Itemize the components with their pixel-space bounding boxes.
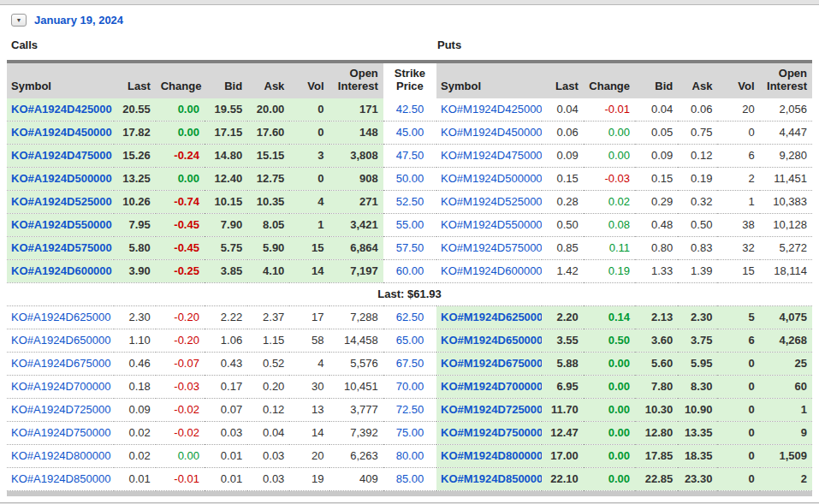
expiration-date-link[interactable]: January 19, 2024 [34,14,123,27]
strike-price-link[interactable]: 65.00 [396,334,424,347]
call-symbol-link[interactable]: KO#A1924D725000 [11,403,110,416]
put-last-cell: 6.95 [542,376,584,399]
call-vol-cell: 17 [289,306,329,329]
put-vol-cell: 6 [717,329,759,353]
option-row: KO#A1924D47500015.26-0.2414.8015.1533,80… [7,145,812,168]
put-symbol-link[interactable]: KO#M1924D675000 [441,357,542,370]
put-symbol-link[interactable]: KO#M1924D525000 [441,195,542,208]
call-symbol-link[interactable]: KO#A1924D650000 [11,334,110,347]
call-symbol-cell: KO#A1924D700000 [7,376,114,399]
call-bid-cell: 2.22 [205,306,247,329]
call-bid-cell: 0.03 [205,422,247,445]
call-symbol-cell: KO#A1924D600000 [7,260,114,283]
strike-price-link[interactable]: 55.00 [396,218,424,231]
call-open-interest-cell: 148 [329,122,383,145]
put-change-cell: 0.00 [584,445,635,468]
put-symbol-link[interactable]: KO#M1924D575000 [441,241,542,254]
call-symbol-link[interactable]: KO#A1924D850000 [11,472,110,485]
option-row: KO#A1924D6500001.10-0.201.061.155814,458… [7,329,812,353]
strike-price-link[interactable]: 72.50 [396,403,424,416]
call-symbol-cell: KO#A1924D650000 [7,329,114,353]
option-row: KO#A1924D8000000.020.000.010.03206,26380… [7,445,812,468]
call-change-cell: 0.00 [156,168,205,191]
call-symbol-link[interactable]: KO#A1924D475000 [11,149,112,162]
call-symbol-link[interactable]: KO#A1924D550000 [11,218,112,231]
call-symbol-link[interactable]: KO#A1924D675000 [11,357,110,370]
strike-price-link[interactable]: 57.50 [396,241,424,254]
option-row: KO#A1924D7250000.09-0.020.070.12133,7777… [7,399,812,422]
call-last-cell: 10.26 [114,191,156,214]
put-vol-cell: 0 [717,122,759,145]
put-change-cell: 0.02 [584,191,635,214]
call-symbol-cell: KO#A1924D750000 [7,422,114,445]
strike-price-link[interactable]: 70.00 [396,380,424,393]
call-ask-cell: 2.37 [247,306,289,329]
strike-price-link[interactable]: 62.50 [396,311,424,323]
strike-price-cell: 52.50 [383,191,436,214]
put-open-interest-cell: 9,280 [760,145,812,168]
put-bid-cell: 0.05 [635,122,678,145]
strike-price-link[interactable]: 52.50 [396,195,424,208]
put-open-interest-cell: 25 [760,353,812,376]
call-open-interest-cell: 10,451 [329,376,383,399]
call-bid-cell: 0.43 [205,353,247,376]
call-last-cell: 5.80 [114,237,156,260]
put-symbol-link[interactable]: KO#M1924D725000 [441,403,542,416]
option-row: KO#A1924D6750000.46-0.070.430.5245,57667… [7,353,812,376]
strike-price-link[interactable]: 47.50 [396,149,424,162]
put-bid-cell: 5.60 [635,353,678,376]
call-symbol-link[interactable]: KO#A1924D425000 [11,103,112,116]
call-bid-cell: 12.40 [205,168,247,191]
strike-price-link[interactable]: 85.00 [396,472,424,485]
col-header-puts-vol: Vol [717,62,759,98]
put-symbol-link[interactable]: KO#M1924D600000 [441,264,542,277]
call-symbol-cell: KO#A1924D800000 [7,445,114,468]
option-row: KO#A1924D7500000.02-0.020.030.04147,3927… [7,422,812,445]
col-header-calls-symbol: Symbol [7,62,114,98]
put-vol-cell: 0 [717,353,759,376]
put-ask-cell: 0.12 [678,145,717,168]
strike-price-cell: 65.00 [383,329,436,353]
call-symbol-link[interactable]: KO#A1924D800000 [11,449,110,462]
call-vol-cell: 4 [289,353,329,376]
put-symbol-link[interactable]: KO#M1924D650000 [441,334,542,347]
put-symbol-link[interactable]: KO#M1924D700000 [441,380,542,393]
call-change-cell: -0.74 [156,191,205,214]
put-symbol-link[interactable]: KO#M1924D500000 [441,172,542,185]
put-vol-cell: 0 [717,422,759,445]
call-symbol-link[interactable]: KO#A1924D450000 [11,126,112,139]
call-change-cell: -0.01 [156,468,205,491]
call-ask-cell: 12.75 [247,168,289,191]
strike-price-link[interactable]: 42.50 [396,103,424,116]
call-symbol-link[interactable]: KO#A1924D575000 [11,241,112,254]
strike-price-link[interactable]: 75.00 [396,426,424,439]
call-symbol-link[interactable]: KO#A1924D600000 [11,264,112,277]
collapse-toggle-button[interactable]: ▼ [11,14,27,27]
put-symbol-link[interactable]: KO#M1924D425000 [441,103,542,116]
put-symbol-link[interactable]: KO#M1924D850000 [441,472,542,485]
put-symbol-link[interactable]: KO#M1924D550000 [441,218,542,231]
strike-price-link[interactable]: 80.00 [396,449,424,462]
put-symbol-link[interactable]: KO#M1924D475000 [441,149,542,162]
call-symbol-link[interactable]: KO#A1924D525000 [11,195,112,208]
call-bid-cell: 7.90 [205,214,247,237]
call-change-cell: -0.07 [156,353,205,376]
call-symbol-link[interactable]: KO#A1924D625000 [11,311,110,323]
strike-price-link[interactable]: 50.00 [396,172,424,185]
put-symbol-cell: KO#M1924D425000 [436,98,542,122]
call-symbol-link[interactable]: KO#A1924D700000 [11,380,110,393]
put-symbol-link[interactable]: KO#M1924D750000 [441,426,542,439]
strike-price-link[interactable]: 60.00 [396,264,424,277]
chevron-down-icon: ▼ [16,17,22,23]
strike-price-link[interactable]: 45.00 [396,126,424,139]
call-symbol-link[interactable]: KO#A1924D500000 [11,172,112,185]
call-ask-cell: 10.35 [247,191,289,214]
put-ask-cell: 0.19 [678,168,717,191]
call-open-interest-cell: 7,392 [329,422,383,445]
call-symbol-link[interactable]: KO#A1924D750000 [11,426,110,439]
put-vol-cell: 0 [717,399,759,422]
put-symbol-link[interactable]: KO#M1924D800000 [441,449,542,462]
put-symbol-link[interactable]: KO#M1924D450000 [441,126,542,139]
strike-price-link[interactable]: 67.50 [396,357,424,370]
put-symbol-link[interactable]: KO#M1924D625000 [441,311,542,323]
